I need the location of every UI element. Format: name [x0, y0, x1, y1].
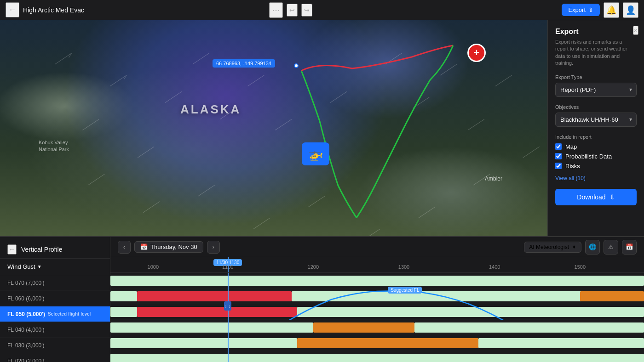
selected-flight-level-label: Selected flight level [48, 311, 91, 317]
chevron-down-icon: ▼ [37, 264, 42, 269]
include-risks-checkbox[interactable] [555, 163, 562, 169]
fl-row-030[interactable]: FL 030 (3,000') [0, 338, 110, 353]
download-icon: ⇩ [610, 193, 615, 201]
timeline-row-fl020 [110, 351, 644, 362]
export-panel-description: Export risks and remarks as a report to … [555, 39, 637, 67]
calendar-icon: 📅 [140, 243, 148, 250]
time-ruler: 11/30 1130 1000 1100 1200 1300 1400 1500 [110, 257, 644, 273]
more-menu-button[interactable]: ⋯ [269, 2, 283, 18]
timeline-row-fl070 [110, 273, 644, 288]
include-probabilistic-label: Probabilistic Data [565, 153, 612, 160]
next-date-button[interactable]: › [207, 241, 220, 254]
include-section: Include in report Map Probabilistic Data… [555, 134, 637, 170]
flight-level-list: FL 070 (7,000') FL 060 (6,000') FL 050 (… [0, 275, 110, 362]
objectives-wrapper: Blackhawk UH/HH-60 [555, 113, 637, 127]
include-probabilistic-checkbox[interactable] [555, 153, 562, 159]
export-icon: ⇧ [588, 6, 593, 13]
vertical-profile-header: ← Vertical Profile [0, 241, 110, 259]
export-panel-title: Export [555, 28, 637, 36]
tick-1200: 1200 [308, 264, 319, 270]
helicopter-marker: 🚁 [302, 142, 329, 165]
export-panel-close-button[interactable]: × [633, 26, 638, 35]
map-area[interactable]: 66.768963, -149.799134 + 🚁 ALASKA Kobuk … [0, 20, 644, 362]
tick-1500: 1500 [575, 264, 586, 270]
vertical-profile-title: Vertical Profile [21, 246, 62, 253]
objectives-label: Objectives [555, 104, 637, 110]
timeline-rows: ⋮⋮ [110, 273, 644, 362]
timeline-area: ‹ 📅 Thursday, Nov 30 › AI Meteorologist … [110, 237, 644, 362]
time-drag-handle[interactable]: ⋮⋮ [224, 301, 231, 311]
export-label: Export [568, 6, 586, 13]
calendar-view-button[interactable]: 📅 [622, 240, 637, 255]
timeline-row-fl030 [110, 335, 644, 351]
date-display: 📅 Thursday, Nov 30 [134, 241, 203, 253]
ai-icon: ✦ [572, 244, 576, 250]
export-type-select[interactable]: Report (PDF) Weather Data (JSON) Weather… [555, 83, 637, 97]
download-label: Download [577, 193, 605, 201]
objectives-select[interactable]: Blackhawk UH/HH-60 [555, 113, 637, 127]
warning-button[interactable]: ⚠ [604, 240, 618, 255]
include-risks-label: Risks [565, 163, 580, 170]
user-button[interactable]: 👤 [623, 2, 638, 18]
back-button[interactable]: ← [6, 2, 19, 17]
coordinate-tooltip: 66.768963, -149.799134 [213, 59, 275, 68]
suggested-fl-label: Suggested FL [388, 287, 422, 294]
timeline-row-fl050: Suggested FL [110, 304, 644, 320]
wind-gust-selector[interactable]: Wind Gust ▼ [0, 259, 110, 275]
coordinate-dot [294, 63, 299, 68]
undo-button[interactable]: ↩ [287, 4, 298, 17]
vertical-profile-back-button[interactable]: ← [7, 244, 17, 255]
export-panel: × Export Export risks and remarks as a r… [547, 20, 644, 236]
notifications-button[interactable]: 🔔 [604, 2, 619, 18]
right-controls: AI Meteorologist ✦ 🌐 ⚠ 📅 [524, 240, 637, 255]
timeline-header: ‹ 📅 Thursday, Nov 30 › AI Meteorologist … [110, 237, 644, 257]
fl-row-040[interactable]: FL 040 (4,000') [0, 322, 110, 338]
date-text: Thursday, Nov 30 [150, 243, 197, 250]
fl-row-020[interactable]: FL 020 (2,000') [0, 353, 110, 362]
nav-controls: ‹ 📅 Thursday, Nov 30 › [118, 241, 220, 254]
bottom-panel: ← Vertical Profile Wind Gust ▼ FL 070 (7… [0, 236, 644, 362]
fl-row-050[interactable]: FL 050 (5,000') Selected flight level [0, 306, 110, 322]
tick-1000: 1000 [148, 264, 159, 270]
timeline-content[interactable]: 11/30 1130 1000 1100 1200 1300 1400 1500 [110, 257, 644, 362]
hospital-marker: + [467, 44, 486, 62]
tick-1300: 1300 [398, 264, 409, 270]
timeline-row-fl040 [110, 320, 644, 335]
export-type-label: Export Type [555, 74, 637, 80]
fl-row-070[interactable]: FL 070 (7,000') [0, 275, 110, 291]
fl-row-060[interactable]: FL 060 (6,000') [0, 291, 110, 306]
download-button[interactable]: Download ⇩ [555, 189, 637, 205]
globe-view-button[interactable]: 🌐 [585, 240, 600, 255]
ai-met-label: AI Meteorologist [529, 244, 569, 250]
include-map-label: Map [565, 143, 577, 150]
include-title: Include in report [555, 134, 637, 140]
redo-button[interactable]: ↪ [301, 4, 312, 17]
tick-1400: 1400 [489, 264, 500, 270]
include-risks-row: Risks [555, 163, 637, 170]
page-title: High Arctic Med Evac [23, 6, 265, 14]
view-all-link[interactable]: View all (10) [555, 175, 637, 181]
ai-meteorologist-button[interactable]: AI Meteorologist ✦ [524, 242, 581, 253]
timeline-row-fl060 [110, 288, 644, 304]
export-button[interactable]: Export ⇧ [562, 4, 600, 16]
main-area: 66.768963, -149.799134 + 🚁 ALASKA Kobuk … [0, 20, 644, 362]
include-map-row: Map [555, 143, 637, 150]
prev-date-button[interactable]: ‹ [118, 241, 131, 254]
left-sidebar: ← Vertical Profile Wind Gust ▼ FL 070 (7… [0, 237, 110, 362]
topbar: ← High Arctic Med Evac ⋯ ↩ ↪ Export ⇧ 🔔 … [0, 0, 644, 20]
export-type-wrapper: Report (PDF) Weather Data (JSON) Weather… [555, 83, 637, 97]
include-map-checkbox[interactable] [555, 143, 562, 150]
include-probabilistic-row: Probabilistic Data [555, 153, 637, 160]
